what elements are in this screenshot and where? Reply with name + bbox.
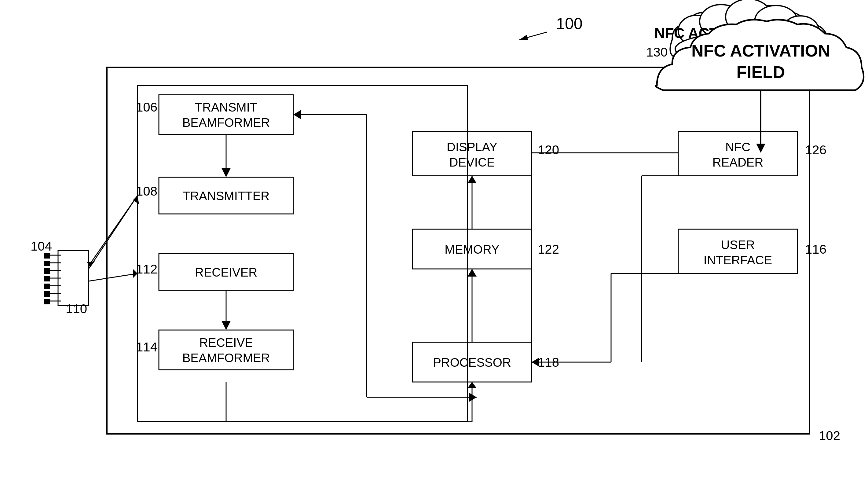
svg-rect-26 (44, 276, 50, 281)
receiver-text: RECEIVER (195, 266, 257, 279)
label-112: 112 (136, 262, 157, 276)
diagram-container: 100 102 NFC ACTIVATION FIELD NFC AC (0, 0, 868, 481)
label-102: 102 (819, 428, 840, 443)
transmit-beamformer-text1: TRANSMIT (195, 100, 257, 114)
nfc-reader-text1: NFC (725, 140, 750, 154)
svg-rect-27 (44, 283, 50, 289)
memory-text: MEMORY (444, 243, 499, 256)
label-110: 110 (66, 302, 87, 316)
svg-text:FIELD: FIELD (737, 63, 785, 82)
label-104: 104 (31, 239, 52, 253)
svg-rect-24 (44, 261, 50, 266)
receive-beamformer-text1: RECEIVE (199, 336, 253, 349)
processor-text: PROCESSOR (433, 356, 511, 369)
transmit-beamformer-text2: BEAMFORMER (182, 116, 270, 129)
label-120: 120 (538, 143, 559, 157)
label-106: 106 (136, 100, 157, 114)
svg-rect-23 (44, 253, 50, 259)
user-interface-text1: USER (721, 238, 755, 251)
label-114: 114 (136, 340, 157, 354)
nfc-reader-text2: READER (712, 155, 764, 169)
user-interface-text2: INTERFACE (704, 253, 772, 267)
label-122: 122 (538, 242, 559, 257)
label-116: 116 (805, 242, 827, 257)
label-126: 126 (805, 143, 827, 157)
svg-rect-29 (44, 299, 50, 304)
label-130: 130 (646, 45, 668, 59)
svg-text:NFC ACTIVATION: NFC ACTIVATION (691, 41, 830, 60)
label-100: 100 (556, 15, 583, 32)
label-108: 108 (136, 184, 157, 198)
display-device-text2: DEVICE (450, 155, 495, 169)
svg-rect-25 (44, 268, 50, 274)
transmitter-text: TRANSMITTER (183, 189, 270, 203)
svg-rect-28 (44, 291, 50, 297)
receive-beamformer-text2: BEAMFORMER (182, 351, 270, 365)
display-device-text1: DISPLAY (447, 140, 497, 154)
